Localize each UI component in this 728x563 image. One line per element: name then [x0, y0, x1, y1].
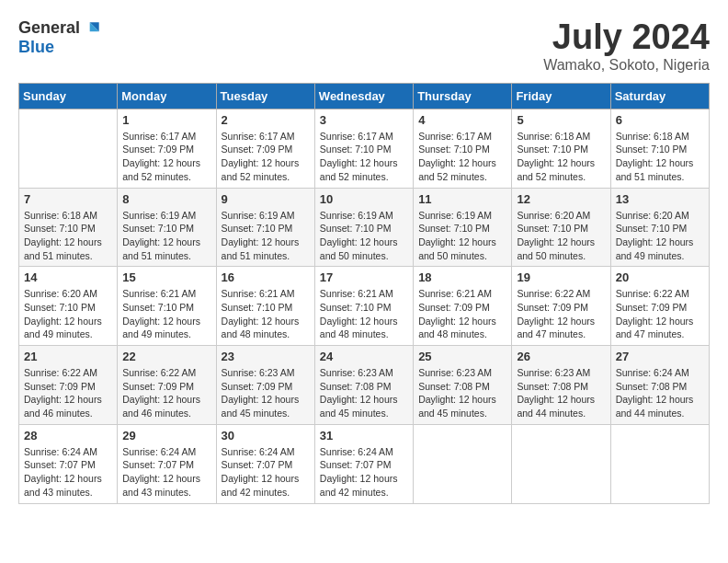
- table-row: 2 Sunrise: 6:17 AMSunset: 7:09 PMDayligh…: [216, 109, 314, 188]
- day-number: 29: [122, 429, 210, 442]
- day-number: 19: [517, 270, 605, 284]
- table-row: 6 Sunrise: 6:18 AMSunset: 7:10 PMDayligh…: [610, 109, 709, 188]
- day-number: 15: [122, 270, 210, 284]
- location: Wamako, Sokoto, Nigeria: [543, 57, 710, 74]
- table-row: 31 Sunrise: 6:24 AMSunset: 7:07 PMDaylig…: [314, 424, 413, 503]
- title-block: July 2024 Wamako, Sokoto, Nigeria: [543, 18, 710, 74]
- col-friday: Friday: [512, 83, 610, 109]
- day-info: Sunrise: 6:20 AMSunset: 7:10 PMDaylight:…: [616, 209, 704, 263]
- table-row: 1 Sunrise: 6:17 AMSunset: 7:09 PMDayligh…: [118, 109, 216, 188]
- col-tuesday: Tuesday: [216, 83, 314, 109]
- day-info: Sunrise: 6:23 AMSunset: 7:08 PMDaylight:…: [418, 366, 506, 420]
- day-info: Sunrise: 6:24 AMSunset: 7:07 PMDaylight:…: [222, 445, 310, 500]
- day-number: 31: [320, 429, 408, 442]
- table-row: 18 Sunrise: 6:21 AMSunset: 7:09 PMDaylig…: [414, 267, 512, 346]
- table-row: 23 Sunrise: 6:23 AMSunset: 7:09 PMDaylig…: [216, 346, 314, 425]
- table-row: 15 Sunrise: 6:21 AMSunset: 7:10 PMDaylig…: [118, 267, 216, 346]
- day-info: Sunrise: 6:19 AMSunset: 7:10 PMDaylight:…: [418, 209, 506, 263]
- day-number: 2: [222, 113, 310, 127]
- day-info: Sunrise: 6:24 AMSunset: 7:08 PMDaylight:…: [616, 366, 704, 420]
- logo-general: General: [18, 18, 80, 38]
- day-info: Sunrise: 6:23 AMSunset: 7:08 PMDaylight:…: [320, 366, 408, 420]
- table-row: 5 Sunrise: 6:18 AMSunset: 7:10 PMDayligh…: [512, 109, 610, 188]
- table-row: 30 Sunrise: 6:24 AMSunset: 7:07 PMDaylig…: [216, 424, 314, 503]
- logo: General Blue: [18, 18, 102, 57]
- day-info: Sunrise: 6:17 AMSunset: 7:10 PMDaylight:…: [418, 130, 506, 184]
- table-row: 21 Sunrise: 6:22 AMSunset: 7:09 PMDaylig…: [19, 346, 118, 425]
- day-number: 25: [418, 350, 506, 363]
- day-number: 7: [24, 192, 112, 206]
- day-number: 1: [122, 113, 210, 127]
- day-number: 11: [418, 192, 506, 206]
- day-number: 28: [24, 429, 112, 442]
- logo-icon: [84, 19, 102, 38]
- day-info: Sunrise: 6:19 AMSunset: 7:10 PMDaylight:…: [222, 209, 310, 263]
- day-info: Sunrise: 6:22 AMSunset: 7:09 PMDaylight:…: [122, 366, 210, 420]
- day-info: Sunrise: 6:20 AMSunset: 7:10 PMDaylight:…: [517, 209, 605, 263]
- day-number: 18: [418, 270, 506, 284]
- table-row: 4 Sunrise: 6:17 AMSunset: 7:10 PMDayligh…: [414, 109, 512, 188]
- table-row: 27 Sunrise: 6:24 AMSunset: 7:08 PMDaylig…: [610, 346, 709, 425]
- day-info: Sunrise: 6:24 AMSunset: 7:07 PMDaylight:…: [24, 445, 112, 500]
- day-number: 20: [616, 270, 704, 284]
- day-info: Sunrise: 6:21 AMSunset: 7:09 PMDaylight:…: [418, 287, 506, 341]
- calendar-table: Sunday Monday Tuesday Wednesday Thursday…: [18, 83, 710, 504]
- col-wednesday: Wednesday: [314, 83, 413, 109]
- day-number: 9: [222, 192, 310, 206]
- table-row: [19, 109, 118, 188]
- day-info: Sunrise: 6:17 AMSunset: 7:09 PMDaylight:…: [122, 130, 210, 184]
- table-row: 19 Sunrise: 6:22 AMSunset: 7:09 PMDaylig…: [512, 267, 610, 346]
- table-row: 11 Sunrise: 6:19 AMSunset: 7:10 PMDaylig…: [414, 188, 512, 267]
- table-row: 24 Sunrise: 6:23 AMSunset: 7:08 PMDaylig…: [314, 346, 413, 425]
- table-row: 14 Sunrise: 6:20 AMSunset: 7:10 PMDaylig…: [19, 267, 118, 346]
- table-row: [414, 424, 512, 503]
- table-row: 13 Sunrise: 6:20 AMSunset: 7:10 PMDaylig…: [610, 188, 709, 267]
- table-row: 29 Sunrise: 6:24 AMSunset: 7:07 PMDaylig…: [118, 424, 216, 503]
- table-row: 9 Sunrise: 6:19 AMSunset: 7:10 PMDayligh…: [216, 188, 314, 267]
- col-sunday: Sunday: [19, 83, 118, 109]
- day-number: 30: [222, 429, 310, 442]
- table-row: 16 Sunrise: 6:21 AMSunset: 7:10 PMDaylig…: [216, 267, 314, 346]
- day-number: 24: [320, 350, 408, 363]
- day-number: 10: [320, 192, 408, 206]
- month-year: July 2024: [543, 18, 710, 57]
- table-row: [610, 424, 709, 503]
- table-row: 25 Sunrise: 6:23 AMSunset: 7:08 PMDaylig…: [414, 346, 512, 425]
- day-number: 13: [616, 192, 704, 206]
- logo-blue: Blue: [18, 38, 54, 57]
- table-row: 22 Sunrise: 6:22 AMSunset: 7:09 PMDaylig…: [118, 346, 216, 425]
- day-number: 14: [24, 270, 112, 284]
- day-info: Sunrise: 6:19 AMSunset: 7:10 PMDaylight:…: [122, 209, 210, 263]
- day-info: Sunrise: 6:22 AMSunset: 7:09 PMDaylight:…: [24, 366, 112, 420]
- day-number: 8: [122, 192, 210, 206]
- day-info: Sunrise: 6:23 AMSunset: 7:08 PMDaylight:…: [517, 366, 605, 420]
- col-thursday: Thursday: [414, 83, 512, 109]
- day-number: 26: [517, 350, 605, 363]
- day-number: 21: [24, 350, 112, 363]
- day-info: Sunrise: 6:20 AMSunset: 7:10 PMDaylight:…: [24, 287, 112, 341]
- col-monday: Monday: [118, 83, 216, 109]
- table-row: 3 Sunrise: 6:17 AMSunset: 7:10 PMDayligh…: [314, 109, 413, 188]
- day-info: Sunrise: 6:18 AMSunset: 7:10 PMDaylight:…: [24, 209, 112, 263]
- day-number: 17: [320, 270, 408, 284]
- table-row: 20 Sunrise: 6:22 AMSunset: 7:09 PMDaylig…: [610, 267, 709, 346]
- table-row: 26 Sunrise: 6:23 AMSunset: 7:08 PMDaylig…: [512, 346, 610, 425]
- day-info: Sunrise: 6:18 AMSunset: 7:10 PMDaylight:…: [517, 130, 605, 184]
- table-row: 7 Sunrise: 6:18 AMSunset: 7:10 PMDayligh…: [19, 188, 118, 267]
- day-info: Sunrise: 6:24 AMSunset: 7:07 PMDaylight:…: [320, 445, 408, 500]
- day-info: Sunrise: 6:19 AMSunset: 7:10 PMDaylight:…: [320, 209, 408, 263]
- day-info: Sunrise: 6:17 AMSunset: 7:09 PMDaylight:…: [222, 130, 310, 184]
- day-info: Sunrise: 6:23 AMSunset: 7:09 PMDaylight:…: [222, 366, 310, 420]
- day-number: 3: [320, 113, 408, 127]
- day-number: 6: [616, 113, 704, 127]
- table-row: 28 Sunrise: 6:24 AMSunset: 7:07 PMDaylig…: [19, 424, 118, 503]
- day-info: Sunrise: 6:17 AMSunset: 7:10 PMDaylight:…: [320, 130, 408, 184]
- day-number: 5: [517, 113, 605, 127]
- day-info: Sunrise: 6:18 AMSunset: 7:10 PMDaylight:…: [616, 130, 704, 184]
- calendar-header-row: Sunday Monday Tuesday Wednesday Thursday…: [19, 83, 710, 109]
- day-info: Sunrise: 6:22 AMSunset: 7:09 PMDaylight:…: [616, 287, 704, 341]
- day-info: Sunrise: 6:22 AMSunset: 7:09 PMDaylight:…: [517, 287, 605, 341]
- day-number: 4: [418, 113, 506, 127]
- day-number: 23: [222, 350, 310, 363]
- day-info: Sunrise: 6:24 AMSunset: 7:07 PMDaylight:…: [122, 445, 210, 500]
